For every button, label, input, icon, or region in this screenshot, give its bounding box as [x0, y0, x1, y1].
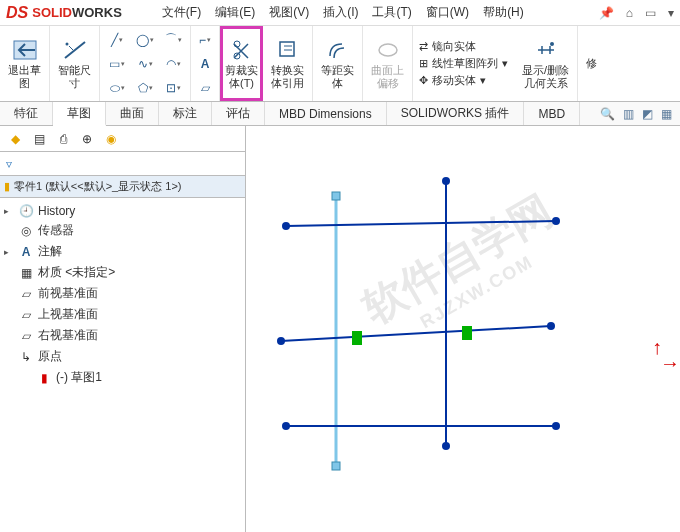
- repair-label: 修: [586, 57, 597, 70]
- tree-origin-label: 原点: [38, 348, 62, 365]
- menu-edit[interactable]: 编辑(E): [215, 4, 255, 21]
- text-tool-icon[interactable]: A: [194, 55, 216, 73]
- convert-entities-button[interactable]: 转换实 体引用: [271, 38, 304, 90]
- chevron-down-icon: ▾: [502, 57, 508, 70]
- prop-tab-icon[interactable]: ▤: [28, 129, 50, 149]
- menu-help[interactable]: 帮助(H): [483, 4, 524, 21]
- title-right-controls: 📌 ⌂ ▭ ▾: [599, 6, 674, 20]
- tab-evaluate[interactable]: 评估: [212, 102, 265, 125]
- relation-vertical-icon[interactable]: [462, 326, 472, 340]
- ribbon-group-onface: 曲面上 偏移: [363, 26, 413, 101]
- slot-tool-icon[interactable]: ⬭▾: [106, 79, 128, 97]
- endpoint-handle[interactable]: [282, 422, 290, 430]
- menu-file[interactable]: 文件(F): [162, 4, 201, 21]
- fm-tab-icon[interactable]: ◆: [4, 129, 26, 149]
- menu-insert[interactable]: 插入(I): [323, 4, 358, 21]
- material-icon: ▦: [18, 266, 34, 280]
- filter-row: ▿: [0, 152, 245, 176]
- convert-entities-label: 转换实 体引用: [271, 64, 304, 90]
- endpoint-handle[interactable]: [547, 322, 555, 330]
- tab-mbd-dim[interactable]: MBD Dimensions: [265, 102, 387, 125]
- expand-icon[interactable]: ▸: [4, 206, 14, 216]
- pin-icon[interactable]: 📌: [599, 6, 614, 20]
- arc-tool-icon[interactable]: ⌒▾: [162, 31, 184, 49]
- rect-tool-icon[interactable]: ▭▾: [106, 55, 128, 73]
- move-entities-button[interactable]: ✥移动实体▾: [419, 73, 508, 88]
- part-name-label: 零件1 (默认<<默认>_显示状态 1>): [14, 179, 182, 194]
- tree-front-label: 前视基准面: [38, 285, 98, 302]
- endpoint-handle[interactable]: [282, 222, 290, 230]
- menu-view[interactable]: 视图(V): [269, 4, 309, 21]
- view-triad: ↑ →: [652, 336, 662, 359]
- svg-rect-4: [280, 42, 294, 56]
- appearance-tab-icon[interactable]: ◉: [100, 129, 122, 149]
- endpoint-handle[interactable]: [332, 462, 340, 470]
- ribbon-group-offset: 等距实 体: [313, 26, 363, 101]
- home-icon[interactable]: ⌂: [626, 6, 633, 20]
- endpoint-handle[interactable]: [442, 177, 450, 185]
- panel-tabs: ◆ ▤ ⎙ ⊕ ◉: [0, 126, 245, 152]
- circle-tool-icon[interactable]: ◯▾: [134, 31, 156, 49]
- endpoint-handle[interactable]: [277, 337, 285, 345]
- poly-tool-icon[interactable]: ⬠▾: [134, 79, 156, 97]
- tab-features[interactable]: 特征: [0, 102, 53, 125]
- tree-top-plane[interactable]: ▱上视基准面: [0, 304, 245, 325]
- tree-right-plane[interactable]: ▱右视基准面: [0, 325, 245, 346]
- tree-origin[interactable]: ↳原点: [0, 346, 245, 367]
- graphics-area[interactable]: 软件自学网 RJZXW.COM ↑: [246, 126, 680, 532]
- sketch-line-h2[interactable]: [281, 326, 551, 341]
- doc-icon[interactable]: ▭: [645, 6, 656, 20]
- exit-sketch-button[interactable]: 退出草 图: [8, 38, 41, 90]
- tree-front-plane[interactable]: ▱前视基准面: [0, 283, 245, 304]
- tree-sensors[interactable]: ◎传感器: [0, 220, 245, 241]
- tab-mbd[interactable]: MBD: [524, 102, 580, 125]
- menu-tools[interactable]: 工具(T): [372, 4, 411, 21]
- plane-tool-icon[interactable]: ▱: [194, 79, 216, 97]
- section-view-icon[interactable]: ◩: [642, 107, 653, 121]
- onface-offset-button: 曲面上 偏移: [371, 38, 404, 90]
- linear-pattern-button[interactable]: ⊞线性草图阵列▾: [419, 56, 508, 71]
- tree-material[interactable]: ▦材质 <未指定>: [0, 262, 245, 283]
- show-relations-button[interactable]: 显示/删除 几何关系: [522, 38, 569, 90]
- tab-annotate[interactable]: 标注: [159, 102, 212, 125]
- annotation-icon: A: [18, 245, 34, 259]
- part-name-row[interactable]: ▮ 零件1 (默认<<默认>_显示状态 1>): [0, 176, 245, 198]
- menu-bar: 文件(F) 编辑(E) 视图(V) 插入(I) 工具(T) 窗口(W) 帮助(H…: [162, 4, 524, 21]
- offset-entities-button[interactable]: 等距实 体: [321, 38, 354, 90]
- mirror-button[interactable]: ⇄镜向实体: [419, 39, 508, 54]
- main-area: ◆ ▤ ⎙ ⊕ ◉ ▿ ▮ 零件1 (默认<<默认>_显示状态 1>) ▸🕘Hi…: [0, 126, 680, 532]
- tree-sketch1[interactable]: ▮(-) 草图1: [0, 367, 245, 388]
- endpoint-handle[interactable]: [552, 217, 560, 225]
- filter-icon[interactable]: ▿: [6, 157, 12, 171]
- endpoint-handle[interactable]: [442, 442, 450, 450]
- tab-surface[interactable]: 曲面: [106, 102, 159, 125]
- relation-vertical-icon[interactable]: [352, 331, 362, 345]
- point-tool-icon[interactable]: ⊡▾: [162, 79, 184, 97]
- ellipse-tool-icon[interactable]: ◠▾: [162, 55, 184, 73]
- chevron-down-icon: ▾: [480, 74, 486, 87]
- config-tab-icon[interactable]: ⎙: [52, 129, 74, 149]
- endpoint-handle[interactable]: [552, 422, 560, 430]
- repair-sketch-button[interactable]: 修: [586, 57, 597, 70]
- display-style-icon[interactable]: ▥: [623, 107, 634, 121]
- fillet-tool-icon[interactable]: ⌐▾: [194, 31, 216, 49]
- tab-addins[interactable]: SOLIDWORKS 插件: [387, 102, 525, 125]
- trim-entities-button[interactable]: 剪裁实 体(T): [225, 38, 258, 90]
- search-view-icon[interactable]: 🔍: [600, 107, 615, 121]
- ribbon-group-sketch-tools: ╱▾ ◯▾ ⌒▾ ▭▾ ∿▾ ◠▾ ⬭▾ ⬠▾ ⊡▾: [100, 26, 191, 101]
- smart-dimension-button[interactable]: 智能尺 寸: [58, 38, 91, 90]
- expand-icon[interactable]: ▸: [4, 247, 14, 257]
- sketch-geometry: [246, 126, 680, 532]
- tree-annotations[interactable]: ▸A注解: [0, 241, 245, 262]
- hide-show-icon[interactable]: ▦: [661, 107, 672, 121]
- menu-window[interactable]: 窗口(W): [426, 4, 469, 21]
- line-tool-icon[interactable]: ╱▾: [106, 31, 128, 49]
- sketch-line-h1[interactable]: [286, 221, 556, 226]
- tab-sketch[interactable]: 草图: [53, 102, 106, 126]
- endpoint-handle[interactable]: [332, 192, 340, 200]
- tree-history[interactable]: ▸🕘History: [0, 202, 245, 220]
- dim-tab-icon[interactable]: ⊕: [76, 129, 98, 149]
- spline-tool-icon[interactable]: ∿▾: [134, 55, 156, 73]
- title-bar: DS SOLIDWORKS 文件(F) 编辑(E) 视图(V) 插入(I) 工具…: [0, 0, 680, 26]
- dropdown-icon[interactable]: ▾: [668, 6, 674, 20]
